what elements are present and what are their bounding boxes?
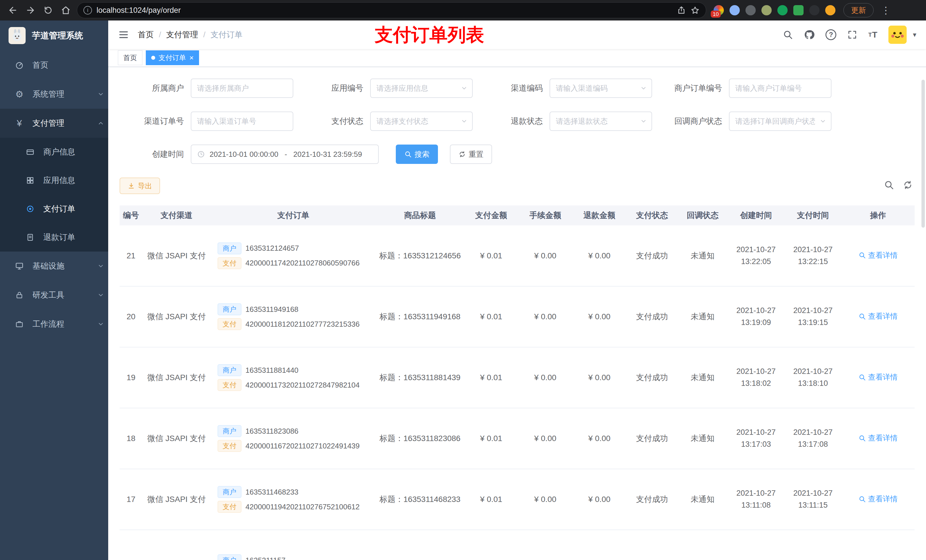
cell-notify: 未通知 xyxy=(678,347,728,408)
search-button[interactable]: 搜索 xyxy=(396,145,438,164)
tab-pay-order[interactable]: 支付订单 × xyxy=(146,50,199,65)
page-title: 支付订单列表 xyxy=(375,23,484,47)
app-id-select[interactable] xyxy=(370,78,473,98)
extension-icon-5[interactable] xyxy=(777,5,788,15)
avatar-caret-icon[interactable]: ▾ xyxy=(913,31,916,39)
paid-time: 13:19:15 xyxy=(787,317,839,329)
profile-avatar[interactable] xyxy=(825,5,835,15)
extension-icon-3[interactable] xyxy=(746,5,756,15)
merchant-input[interactable] xyxy=(197,84,287,93)
home-icon[interactable] xyxy=(59,4,72,17)
view-detail-link[interactable]: 查看详情 xyxy=(858,251,898,260)
font-size-icon[interactable]: TT xyxy=(868,30,878,39)
cell-created: 2021-10-2713:17:03 xyxy=(728,408,784,469)
url-bar[interactable]: i localhost:1024/pay/order xyxy=(77,2,706,18)
cell-id: 19 xyxy=(120,347,142,408)
user-avatar[interactable] xyxy=(888,26,906,44)
merchant-order-no-input[interactable] xyxy=(735,84,825,93)
sidebar-item-pay-order[interactable]: 支付订单 xyxy=(0,195,108,223)
sidebar-item-payment[interactable]: ¥ 支付管理 xyxy=(0,109,108,138)
channel-code-input[interactable] xyxy=(556,84,646,93)
cell-channel: 微信 JSAPI 支付 xyxy=(142,347,211,408)
view-detail-link[interactable]: 查看详情 xyxy=(858,494,898,504)
cell-title: 标题：1635311949168 xyxy=(376,286,464,347)
extension-icon-2[interactable] xyxy=(729,5,740,15)
date-end[interactable]: 2021-10-31 23:59:59 xyxy=(293,150,362,159)
sidebar-item-label: 商户信息 xyxy=(43,146,75,157)
search-icon[interactable] xyxy=(783,30,793,40)
sidebar-item-system[interactable]: ⚙ 系统管理 xyxy=(0,80,108,109)
sidebar-item-dev-tools[interactable]: 研发工具 xyxy=(0,281,108,309)
cell-paid: 2021-10-2713:18:10 xyxy=(784,347,841,408)
bookmark-star-icon[interactable] xyxy=(690,6,700,15)
share-icon[interactable] xyxy=(677,6,686,15)
browser-update-button[interactable]: 更新 xyxy=(843,3,874,17)
view-detail-link[interactable]: 查看详情 xyxy=(858,372,898,382)
cell-action: 查看详情 xyxy=(841,408,915,469)
site-info-icon[interactable]: i xyxy=(83,6,92,15)
sidebar-item-merchant-info[interactable]: 商户信息 xyxy=(0,138,108,166)
fullscreen-icon[interactable] xyxy=(847,30,857,40)
merchant-order-no: 1635311823086 xyxy=(245,427,298,436)
breadcrumb-home[interactable]: 首页 xyxy=(138,29,154,40)
create-time-range-picker[interactable]: 2021-10-01 00:00:00 - 2021-10-31 23:59:5… xyxy=(191,145,379,164)
cell-action: 查看详情 xyxy=(841,469,915,530)
view-detail-label: 查看详情 xyxy=(868,311,898,321)
cell-order: 商户 1635311157 xyxy=(211,530,376,560)
table-row: 18 微信 JSAPI 支付 商户 1635311823086 支付 xyxy=(120,408,915,469)
close-icon[interactable]: × xyxy=(189,54,194,62)
pay-status-select[interactable] xyxy=(370,112,473,131)
url-text[interactable]: localhost:1024/pay/order xyxy=(97,6,672,15)
reset-button[interactable]: 重置 xyxy=(450,145,492,164)
sidebar-item-workflow[interactable]: 工作流程 xyxy=(0,309,108,339)
refund-status-input[interactable] xyxy=(556,117,646,126)
filter-label: 商户订单编号 xyxy=(658,83,729,94)
date-separator: - xyxy=(283,150,289,159)
merchant-select[interactable] xyxy=(191,78,293,98)
app-id-input[interactable] xyxy=(377,84,466,93)
back-icon[interactable] xyxy=(6,4,20,17)
tab-home[interactable]: 首页 xyxy=(118,50,142,65)
paid-date: 2021-10-27 xyxy=(787,244,839,256)
refresh-icon[interactable] xyxy=(903,180,913,192)
extension-icon-1[interactable]: 10 xyxy=(714,5,724,15)
help-icon[interactable]: ? xyxy=(826,29,836,40)
extension-icon-4[interactable] xyxy=(761,5,772,15)
channel-order-no-field[interactable] xyxy=(191,112,293,131)
page-scrollbar[interactable] xyxy=(921,80,925,228)
export-button[interactable]: 导出 xyxy=(120,178,160,194)
browser-menu-icon[interactable]: ⋮ xyxy=(879,5,893,15)
reload-icon[interactable] xyxy=(42,4,54,17)
view-detail-link[interactable]: 查看详情 xyxy=(858,433,898,443)
notify-status-select[interactable] xyxy=(729,112,831,131)
paid-date: 2021-10-27 xyxy=(787,366,839,377)
cell-created: 2021-10-2713:18:02 xyxy=(728,347,784,408)
date-start[interactable]: 2021-10-01 00:00:00 xyxy=(210,150,278,159)
sidebar-item-home[interactable]: 首页 xyxy=(0,51,108,80)
cell-channel xyxy=(142,530,211,560)
toggle-search-icon[interactable] xyxy=(884,180,894,192)
pay-status-input[interactable] xyxy=(377,117,466,126)
extension-icon-7[interactable] xyxy=(809,5,820,15)
notify-status-input[interactable] xyxy=(735,117,825,126)
channel-code-select[interactable] xyxy=(549,78,652,98)
channel-order-no-input[interactable] xyxy=(197,117,287,126)
sidebar: 芋道管理系统 首页 ⚙ 系统管理 ¥ 支付管理 xyxy=(0,21,108,560)
sidebar-item-label: 退款订单 xyxy=(43,232,75,243)
filter-label: 退款状态 xyxy=(478,116,549,127)
cell-status: 支付成功 xyxy=(626,347,678,408)
sidebar-item-infrastructure[interactable]: 基础设施 xyxy=(0,252,108,281)
refund-status-select[interactable] xyxy=(549,112,652,131)
view-detail-link[interactable]: 查看详情 xyxy=(858,311,898,321)
github-icon[interactable] xyxy=(804,29,815,40)
sidebar-item-refund-order[interactable]: 退款订单 xyxy=(0,223,108,252)
merchant-order-no-field[interactable] xyxy=(729,78,831,98)
cell-status: 支付成功 xyxy=(626,469,678,530)
cell-title: 标题：1635311823086 xyxy=(376,408,464,469)
forward-icon[interactable] xyxy=(24,4,37,17)
extension-icon-6[interactable] xyxy=(793,5,803,15)
sidebar-item-app-info[interactable]: 应用信息 xyxy=(0,166,108,195)
app-logo: 芋道管理系统 xyxy=(0,21,108,51)
hamburger-icon[interactable] xyxy=(118,29,129,41)
filter-label: 渠道订单号 xyxy=(120,116,191,127)
